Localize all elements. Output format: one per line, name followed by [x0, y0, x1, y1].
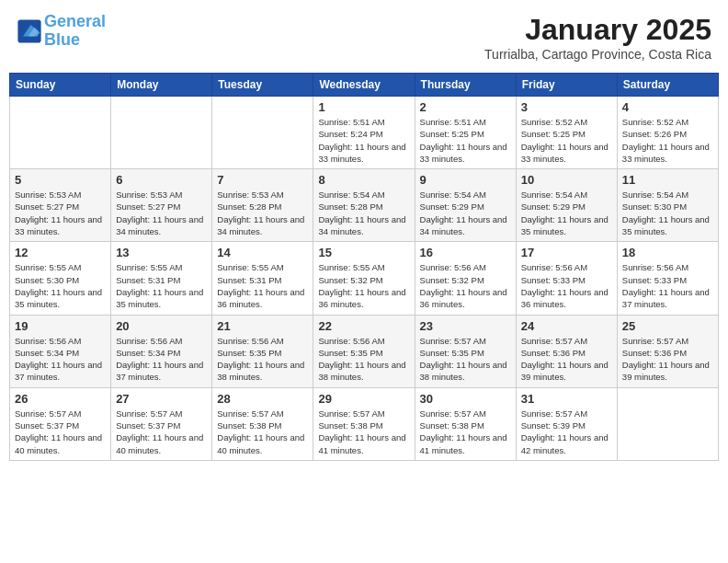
weekday-header-sunday: Sunday	[10, 74, 111, 97]
calendar-cell: 2Sunrise: 5:51 AM Sunset: 5:25 PM Daylig…	[415, 97, 516, 169]
day-number: 13	[116, 246, 207, 259]
day-detail: Sunrise: 5:57 AM Sunset: 5:36 PM Dayligh…	[521, 335, 612, 384]
day-number: 15	[318, 246, 409, 259]
day-number: 7	[217, 173, 308, 187]
day-number: 27	[116, 392, 207, 406]
calendar-cell: 21Sunrise: 5:56 AM Sunset: 5:35 PM Dayli…	[212, 315, 313, 387]
day-detail: Sunrise: 5:57 AM Sunset: 5:35 PM Dayligh…	[420, 335, 511, 384]
calendar-cell: 17Sunrise: 5:56 AM Sunset: 5:33 PM Dayli…	[516, 242, 617, 315]
day-detail: Sunrise: 5:57 AM Sunset: 5:38 PM Dayligh…	[217, 408, 308, 456]
day-detail: Sunrise: 5:54 AM Sunset: 5:30 PM Dayligh…	[622, 189, 713, 237]
day-number: 11	[622, 173, 713, 187]
calendar-cell: 13Sunrise: 5:55 AM Sunset: 5:31 PM Dayli…	[111, 242, 212, 315]
day-detail: Sunrise: 5:56 AM Sunset: 5:32 PM Dayligh…	[420, 261, 511, 310]
day-detail: Sunrise: 5:52 AM Sunset: 5:25 PM Dayligh…	[521, 116, 612, 165]
day-detail: Sunrise: 5:51 AM Sunset: 5:25 PM Dayligh…	[420, 116, 511, 165]
calendar-cell: 20Sunrise: 5:56 AM Sunset: 5:34 PM Dayli…	[111, 315, 212, 387]
calendar-cell: 22Sunrise: 5:56 AM Sunset: 5:35 PM Dayli…	[313, 315, 415, 387]
calendar-cell: 25Sunrise: 5:57 AM Sunset: 5:36 PM Dayli…	[617, 315, 718, 387]
calendar-cell: 27Sunrise: 5:57 AM Sunset: 5:37 PM Dayli…	[111, 387, 212, 460]
day-number: 8	[318, 173, 409, 187]
weekday-header-tuesday: Tuesday	[212, 74, 313, 97]
day-detail: Sunrise: 5:57 AM Sunset: 5:38 PM Dayligh…	[318, 408, 409, 456]
calendar-week-row: 1Sunrise: 5:51 AM Sunset: 5:24 PM Daylig…	[10, 97, 719, 169]
day-detail: Sunrise: 5:57 AM Sunset: 5:38 PM Dayligh…	[420, 408, 511, 456]
day-detail: Sunrise: 5:53 AM Sunset: 5:27 PM Dayligh…	[116, 189, 207, 237]
day-number: 22	[318, 319, 409, 333]
calendar-cell: 10Sunrise: 5:54 AM Sunset: 5:29 PM Dayli…	[516, 169, 617, 242]
month-title: January 2025	[484, 13, 711, 47]
calendar-cell: 12Sunrise: 5:55 AM Sunset: 5:30 PM Dayli…	[10, 242, 111, 315]
day-detail: Sunrise: 5:56 AM Sunset: 5:35 PM Dayligh…	[318, 335, 409, 384]
day-detail: Sunrise: 5:54 AM Sunset: 5:29 PM Dayligh…	[420, 189, 511, 237]
calendar-cell: 11Sunrise: 5:54 AM Sunset: 5:30 PM Dayli…	[617, 169, 718, 242]
day-detail: Sunrise: 5:54 AM Sunset: 5:29 PM Dayligh…	[521, 189, 612, 237]
day-detail: Sunrise: 5:56 AM Sunset: 5:34 PM Dayligh…	[116, 335, 207, 384]
calendar-cell: 26Sunrise: 5:57 AM Sunset: 5:37 PM Dayli…	[10, 387, 111, 460]
day-number: 19	[15, 319, 106, 333]
day-number: 28	[217, 392, 308, 406]
page-header: General Blue January 2025 Turrialba, Car…	[9, 9, 719, 65]
day-detail: Sunrise: 5:57 AM Sunset: 5:37 PM Dayligh…	[15, 408, 106, 456]
day-detail: Sunrise: 5:54 AM Sunset: 5:28 PM Dayligh…	[318, 189, 409, 237]
logo-text: General Blue	[44, 13, 106, 50]
calendar-cell: 16Sunrise: 5:56 AM Sunset: 5:32 PM Dayli…	[415, 242, 516, 315]
day-number: 5	[15, 173, 106, 187]
calendar-cell: 3Sunrise: 5:52 AM Sunset: 5:25 PM Daylig…	[516, 97, 617, 169]
calendar-cell: 15Sunrise: 5:55 AM Sunset: 5:32 PM Dayli…	[313, 242, 415, 315]
calendar-cell: 30Sunrise: 5:57 AM Sunset: 5:38 PM Dayli…	[415, 387, 516, 460]
weekday-header-friday: Friday	[516, 74, 617, 97]
day-detail: Sunrise: 5:55 AM Sunset: 5:30 PM Dayligh…	[15, 261, 106, 310]
day-detail: Sunrise: 5:57 AM Sunset: 5:36 PM Dayligh…	[622, 335, 713, 384]
calendar-header-row: SundayMondayTuesdayWednesdayThursdayFrid…	[10, 74, 719, 97]
day-detail: Sunrise: 5:53 AM Sunset: 5:27 PM Dayligh…	[15, 189, 106, 237]
day-detail: Sunrise: 5:56 AM Sunset: 5:33 PM Dayligh…	[622, 261, 713, 310]
day-number: 31	[521, 392, 612, 406]
calendar-cell: 29Sunrise: 5:57 AM Sunset: 5:38 PM Dayli…	[313, 387, 415, 460]
day-number: 9	[420, 173, 511, 187]
day-detail: Sunrise: 5:55 AM Sunset: 5:31 PM Dayligh…	[116, 261, 207, 310]
day-number: 25	[622, 319, 713, 333]
calendar-cell: 23Sunrise: 5:57 AM Sunset: 5:35 PM Dayli…	[415, 315, 516, 387]
location-subtitle: Turrialba, Cartago Province, Costa Rica	[484, 47, 711, 62]
logo-icon	[17, 18, 42, 44]
day-detail: Sunrise: 5:55 AM Sunset: 5:31 PM Dayligh…	[217, 261, 308, 310]
calendar-cell	[10, 97, 111, 169]
calendar-cell: 1Sunrise: 5:51 AM Sunset: 5:24 PM Daylig…	[313, 97, 415, 169]
day-detail: Sunrise: 5:57 AM Sunset: 5:39 PM Dayligh…	[521, 408, 612, 456]
calendar-week-row: 26Sunrise: 5:57 AM Sunset: 5:37 PM Dayli…	[10, 387, 719, 460]
title-block: January 2025 Turrialba, Cartago Province…	[484, 13, 711, 62]
weekday-header-monday: Monday	[111, 74, 212, 97]
day-number: 6	[116, 173, 207, 187]
calendar-cell: 5Sunrise: 5:53 AM Sunset: 5:27 PM Daylig…	[10, 169, 111, 242]
calendar-cell: 8Sunrise: 5:54 AM Sunset: 5:28 PM Daylig…	[313, 169, 415, 242]
day-number: 30	[420, 392, 511, 406]
weekday-header-thursday: Thursday	[415, 74, 516, 97]
weekday-header-saturday: Saturday	[617, 74, 718, 97]
day-number: 14	[217, 246, 308, 259]
day-number: 1	[318, 100, 409, 114]
day-number: 4	[622, 100, 713, 114]
calendar-cell: 9Sunrise: 5:54 AM Sunset: 5:29 PM Daylig…	[415, 169, 516, 242]
calendar-cell	[617, 387, 718, 460]
day-detail: Sunrise: 5:52 AM Sunset: 5:26 PM Dayligh…	[622, 116, 713, 165]
day-detail: Sunrise: 5:57 AM Sunset: 5:37 PM Dayligh…	[116, 408, 207, 456]
day-number: 23	[420, 319, 511, 333]
calendar-table: SundayMondayTuesdayWednesdayThursdayFrid…	[9, 73, 719, 461]
day-number: 16	[420, 246, 511, 259]
day-number: 12	[15, 246, 106, 259]
calendar-cell	[111, 97, 212, 169]
calendar-cell: 14Sunrise: 5:55 AM Sunset: 5:31 PM Dayli…	[212, 242, 313, 315]
calendar-cell	[212, 97, 313, 169]
day-number: 29	[318, 392, 409, 406]
calendar-cell: 19Sunrise: 5:56 AM Sunset: 5:34 PM Dayli…	[10, 315, 111, 387]
day-number: 17	[521, 246, 612, 259]
calendar-cell: 31Sunrise: 5:57 AM Sunset: 5:39 PM Dayli…	[516, 387, 617, 460]
calendar-cell: 18Sunrise: 5:56 AM Sunset: 5:33 PM Dayli…	[617, 242, 718, 315]
day-detail: Sunrise: 5:53 AM Sunset: 5:28 PM Dayligh…	[217, 189, 308, 237]
day-number: 3	[521, 100, 612, 114]
day-detail: Sunrise: 5:55 AM Sunset: 5:32 PM Dayligh…	[318, 261, 409, 310]
day-detail: Sunrise: 5:56 AM Sunset: 5:35 PM Dayligh…	[217, 335, 308, 384]
calendar-cell: 7Sunrise: 5:53 AM Sunset: 5:28 PM Daylig…	[212, 169, 313, 242]
calendar-week-row: 19Sunrise: 5:56 AM Sunset: 5:34 PM Dayli…	[10, 315, 719, 387]
